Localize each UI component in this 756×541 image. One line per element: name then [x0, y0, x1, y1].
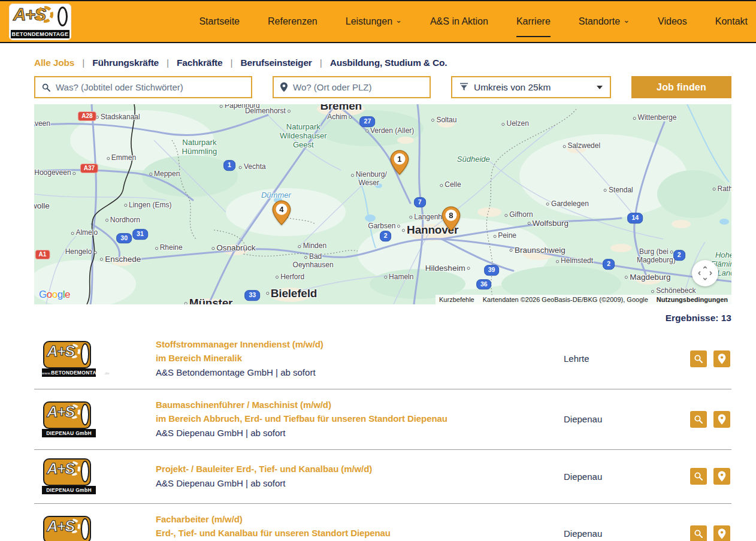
map-city-label: Uelzen: [501, 120, 528, 128]
city-dot: [155, 247, 158, 250]
job-row[interactable]: A+SDIEPENAU GmbHBaumaschinenführer / Mas…: [34, 389, 731, 449]
job-actions: [690, 411, 730, 428]
city-dot: [651, 290, 654, 293]
route-badge: 33: [244, 290, 260, 301]
page-content: Alle Jobs|Führungskräfte|Fachkräfte|Beru…: [0, 58, 756, 541]
job-view-button[interactable]: [690, 525, 707, 541]
map-city-label: Vechta: [239, 163, 266, 171]
city-dot: [556, 260, 559, 263]
nav-item-karriere[interactable]: Karriere: [516, 16, 551, 27]
city-dot: [73, 172, 76, 175]
job-location: Diepenau: [564, 528, 690, 539]
city-dot: [105, 219, 108, 222]
route-badge: 39: [484, 265, 500, 276]
map-city-label: Gardelegen: [546, 200, 589, 208]
map-city-label: Garbsen: [368, 222, 400, 231]
route-badge: 2: [673, 250, 685, 261]
nav-item-label: A&S in Aktion: [430, 16, 488, 27]
map-city-label: Wolfsburg: [528, 219, 569, 228]
tab-berufseinsteiger[interactable]: Berufseinsteiger: [241, 58, 312, 68]
map-marker-8[interactable]: 8: [441, 206, 461, 231]
nav-item-label: Leistungen: [346, 16, 392, 27]
radius-select[interactable]: Umkreis von 25km: [451, 76, 611, 98]
job-view-button[interactable]: [690, 411, 707, 428]
map-city-label: Burg (beiMagdeburg): [637, 248, 676, 265]
tab-führungskräfte[interactable]: Führungskräfte: [92, 58, 159, 68]
city-dot: [351, 174, 354, 177]
city-dot: [633, 117, 636, 120]
city-dot: [185, 302, 188, 304]
city-dot: [467, 267, 470, 270]
map-city-label: Hoogeveen: [34, 169, 75, 177]
map-city-label: Almelo: [71, 229, 98, 238]
map-city-label: Peine: [493, 232, 516, 241]
job-company: A&S Diepenau GmbH | ab sofort: [156, 476, 564, 491]
google-map[interactable]: veenStadskanaalPapenburgDelmenhorstBreme…: [34, 104, 731, 304]
nav-item-referenzen[interactable]: Referenzen: [268, 16, 317, 27]
map-city-label: Soltau: [431, 116, 456, 125]
job-row[interactable]: A+SDIEPENAU GmbHFacharbeiter (m/w/d)Erd-…: [34, 503, 731, 541]
nav-item-videos[interactable]: Videos: [658, 16, 687, 27]
map-pan-control[interactable]: [692, 260, 718, 286]
job-location: Diepenau: [564, 472, 690, 482]
city-dot: [100, 258, 103, 261]
city-dot: [397, 225, 400, 228]
google-logo[interactable]: Google: [39, 289, 70, 301]
map-marker-4[interactable]: 4: [272, 200, 291, 225]
nav-item-label: Kontakt: [715, 16, 748, 27]
map-marker-1[interactable]: 1: [390, 150, 409, 175]
map-city-label: Emmen: [107, 154, 136, 162]
route-badge: 30: [116, 233, 132, 244]
nav-item-standorte[interactable]: Standorte⌄: [579, 16, 630, 27]
map-city-label: Rheine: [155, 244, 183, 253]
nav-item-kontakt[interactable]: Kontakt: [715, 16, 748, 27]
logo-banner: DIEPENAU GmbH: [42, 486, 96, 494]
city-dot: [365, 130, 368, 133]
svg-text:8: 8: [449, 211, 453, 220]
city-dot: [124, 204, 127, 207]
logo-letters: A+S: [47, 403, 74, 421]
city-dot: [431, 119, 434, 122]
route-badge: 2: [603, 259, 615, 270]
tab-alle-jobs[interactable]: Alle Jobs: [34, 58, 74, 68]
city-dot: [304, 256, 307, 259]
job-actions: [690, 468, 730, 485]
job-row[interactable]: A+Swww.BETONDEMONTAGE.deStoffstrommanage…: [34, 329, 731, 389]
map-terms-link[interactable]: Nutzungsbedingungen: [657, 296, 728, 303]
map-city-label: Lingen (Ems): [124, 201, 171, 210]
job-map-button[interactable]: [713, 350, 730, 367]
drum-cap-icon: [81, 343, 89, 365]
job-map-button[interactable]: [713, 525, 730, 541]
map-water-label: Dümmer: [261, 191, 291, 200]
job-view-button[interactable]: [690, 468, 707, 485]
pan-arrows-icon: [695, 263, 715, 283]
svg-text:4: 4: [280, 205, 285, 214]
chevron-down-icon: ⌄: [623, 17, 630, 23]
map-city-label: Verden (Aller): [365, 127, 414, 135]
map-city-label: veen: [35, 120, 50, 128]
nav-item-leistungen[interactable]: Leistungen⌄: [346, 16, 402, 27]
tab-fachkräfte[interactable]: Fachkräfte: [177, 58, 222, 68]
job-view-button[interactable]: [690, 350, 707, 367]
nav-item-a-s-in-aktion[interactable]: A&S in Aktion: [430, 16, 488, 27]
company-logo-thumb: A+SDIEPENAU GmbH: [43, 516, 95, 541]
job-company: A&S Diepenau GmbH | ab sofort: [156, 425, 564, 440]
map-city-label: Delmenhorst: [245, 107, 291, 116]
map-shortcuts-link[interactable]: Kurzbefehle: [439, 296, 474, 303]
city-dot: [349, 116, 352, 119]
job-map-button[interactable]: [713, 468, 730, 485]
job-title-line1: Stoffstrommanager Innendienst (m/w/d): [156, 337, 564, 351]
drum-cap-icon: [81, 518, 89, 540]
filter-funnel-icon: [459, 83, 468, 92]
job-row[interactable]: A+SDIEPENAU GmbHProjekt- / Bauleiter Erd…: [34, 449, 731, 503]
city-dot: [493, 235, 496, 238]
job-map-button[interactable]: [713, 411, 730, 428]
where-input[interactable]: [293, 82, 424, 92]
job-finden-button[interactable]: Job finden: [631, 76, 731, 98]
company-logo[interactable]: A+S BETONDEMONTAGE: [9, 4, 71, 40]
what-input[interactable]: [56, 82, 245, 92]
nav-item-startseite[interactable]: Startseite: [199, 16, 240, 27]
drum-cap-icon: [81, 461, 89, 482]
job-title-line1: Baumaschinenführer / Maschinist (m/w/d): [156, 398, 564, 412]
tab-ausbildung-studium-co[interactable]: Ausbildung, Studium & Co.: [330, 58, 447, 68]
